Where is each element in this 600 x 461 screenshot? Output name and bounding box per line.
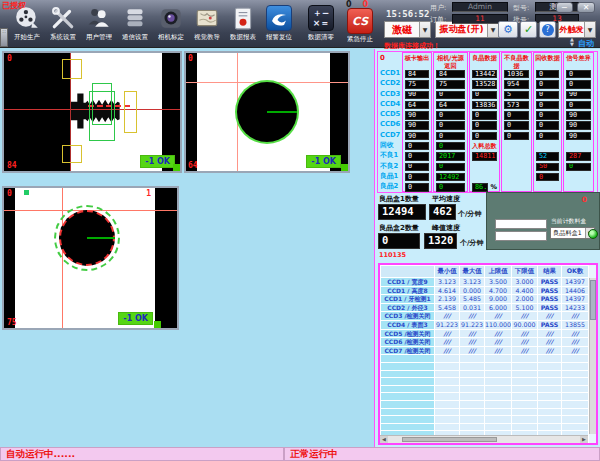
signal-slot: 0 bbox=[534, 90, 561, 100]
measure-cell bbox=[562, 378, 589, 386]
measure-cell: /// bbox=[485, 346, 512, 355]
start-production-button[interactable]: 开始生产 bbox=[9, 3, 45, 42]
auto-spinner[interactable]: ▲▼ bbox=[570, 37, 574, 47]
comm-settings-button[interactable]: 通信设置 bbox=[117, 3, 153, 42]
signal-cell: 0 bbox=[405, 142, 429, 150]
measure-cell bbox=[562, 416, 589, 424]
measure-row-label: CCD1 / 宽度9 bbox=[381, 278, 435, 287]
signal-cell: 573 bbox=[504, 101, 529, 109]
production-start-icon bbox=[9, 3, 45, 32]
measure-cell: 4.700 bbox=[485, 286, 512, 295]
measurement-table: 最小值最大值上限值下限值结果OK数 CCD1 / 宽度93.1233.1233.… bbox=[378, 263, 598, 445]
measure-cell bbox=[485, 355, 512, 363]
measure-cell: /// bbox=[562, 346, 589, 355]
alarm-reset-icon bbox=[261, 3, 297, 32]
table-row: CCD5 /检测关闭////////////////// bbox=[381, 329, 589, 338]
signal-cell: 287 bbox=[566, 152, 591, 160]
help-mini-button[interactable]: ? bbox=[539, 21, 556, 38]
emergency-stop-button[interactable]: CS 紧急停止 bbox=[342, 8, 378, 44]
signal-cell: 0 bbox=[566, 101, 591, 109]
box2-label: 良品盒2数量 bbox=[379, 223, 419, 233]
data-report-button[interactable]: 数据报表 bbox=[225, 3, 261, 42]
panel-input-2[interactable] bbox=[495, 231, 547, 241]
signal-cell: 5 bbox=[504, 91, 529, 99]
measure-row-label bbox=[381, 423, 435, 431]
toolbar-item-label: 系统设置 bbox=[46, 32, 79, 41]
camera1-index: 0 bbox=[7, 54, 12, 63]
clock: 15:56:52 bbox=[386, 9, 429, 19]
table-row-empty bbox=[381, 423, 589, 431]
signal-slot: 573 bbox=[502, 100, 531, 110]
minimize-button[interactable]: ─ bbox=[556, 2, 573, 13]
current-box-label: 当前计数料盒 bbox=[551, 217, 586, 226]
scrollbar-thumb[interactable] bbox=[402, 437, 497, 442]
measure-cell bbox=[435, 408, 460, 416]
measure-cell: 13855 bbox=[562, 320, 589, 329]
scroll-left-arrow[interactable]: ◀ bbox=[380, 436, 388, 443]
system-settings-icon bbox=[45, 3, 81, 32]
measure-cell: /// bbox=[538, 329, 562, 338]
signal-slot: 13836 bbox=[470, 100, 499, 110]
settings-mini-button[interactable]: ⚙ bbox=[498, 21, 518, 38]
signal-slot: 14811 bbox=[470, 151, 499, 161]
signal-row-label: CCD4 bbox=[378, 99, 402, 109]
signal-slot: 0 bbox=[434, 110, 467, 120]
signal-cell: 0 bbox=[405, 152, 429, 160]
signal-column: 回收数据000000052500 bbox=[533, 52, 562, 192]
signal-slot: 0 bbox=[534, 110, 561, 120]
scrollbar-thumb[interactable] bbox=[590, 280, 596, 320]
measure-cell bbox=[538, 362, 562, 370]
measure-cell: 5.458 bbox=[435, 303, 460, 312]
measure-cell: PASS bbox=[538, 303, 562, 312]
signal-slot bbox=[502, 151, 531, 161]
measure-row-label bbox=[381, 400, 435, 408]
panel-count: 0 bbox=[582, 195, 587, 204]
signal-slot: 0 bbox=[403, 141, 431, 151]
vision-teach-button[interactable]: 视觉教导 bbox=[189, 3, 225, 42]
system-settings-button[interactable]: 系统设置 bbox=[45, 3, 81, 42]
user-management-button[interactable]: 用户管理 bbox=[81, 3, 117, 42]
close-button[interactable]: ✕ bbox=[577, 2, 595, 13]
vertical-scrollbar[interactable] bbox=[589, 278, 596, 434]
signal-slot: 84 bbox=[403, 69, 431, 79]
measure-row-label bbox=[381, 385, 435, 393]
signal-slot: 90 bbox=[564, 90, 593, 100]
toolbar-item-label: 相机标定 bbox=[154, 32, 187, 41]
signal-slot: 84 bbox=[434, 69, 467, 79]
roi-box bbox=[89, 91, 115, 141]
signal-row-labels: CCD1CCD2CCD3CCD4CCD5CCD6CCD7回收不良1不良2良品1良… bbox=[378, 52, 402, 192]
signal-column: 不良品数据10369545573000 bbox=[501, 52, 532, 192]
measure-cell: 9.000 bbox=[485, 295, 512, 304]
measure-row-label: CCD2 / 外径3 bbox=[381, 303, 435, 312]
horizontal-scrollbar[interactable]: ◀ ▶ bbox=[380, 435, 588, 443]
table-row-empty bbox=[381, 370, 589, 378]
measure-cell bbox=[435, 423, 460, 431]
alarm-reset-button[interactable]: 报警复位 bbox=[261, 3, 297, 42]
confirm-mini-button[interactable]: ✓ bbox=[520, 21, 537, 38]
measure-row-label: CCD1 / 牙检测1 bbox=[381, 295, 435, 304]
signal-row-label: 良品1 bbox=[378, 171, 402, 181]
scroll-right-arrow[interactable]: ▶ bbox=[580, 436, 588, 443]
measure-cell: 91.223 bbox=[460, 320, 485, 329]
camera-calibration-button[interactable]: 相机标定 bbox=[153, 3, 189, 42]
measure-cell bbox=[512, 408, 538, 416]
measure-cell bbox=[435, 393, 460, 401]
signal-slot: 13528 bbox=[470, 79, 499, 89]
signal-slot: 0 bbox=[403, 182, 431, 192]
data-clear-button[interactable]: ＋−×＝ 数据清零 bbox=[303, 3, 339, 42]
measure-cell: 2.139 bbox=[435, 295, 460, 304]
signal-cell: 0 bbox=[436, 91, 465, 99]
signal-row-label: CCD6 bbox=[378, 119, 402, 129]
camera2-index: 0 bbox=[188, 54, 193, 63]
excite-dropdown[interactable]: 激磁 ▼ bbox=[384, 21, 431, 38]
trigger-dropdown[interactable]: 外触发 ▼ bbox=[558, 21, 596, 38]
side-toggle[interactable]: ∷ bbox=[0, 28, 8, 47]
signal-slot: 954 bbox=[502, 79, 531, 89]
measure-cell: /// bbox=[512, 329, 538, 338]
chevron-down-icon: ▼ bbox=[487, 22, 498, 37]
signal-slot: 50 bbox=[534, 162, 561, 172]
measure-cell bbox=[562, 408, 589, 416]
counters-section: 良品盒1数量 平均速度 12494 462 个/分钟 良品盒2数量 峰值速度 0… bbox=[378, 194, 600, 260]
measure-cell: /// bbox=[562, 312, 589, 321]
panel-input-1[interactable] bbox=[495, 219, 547, 229]
